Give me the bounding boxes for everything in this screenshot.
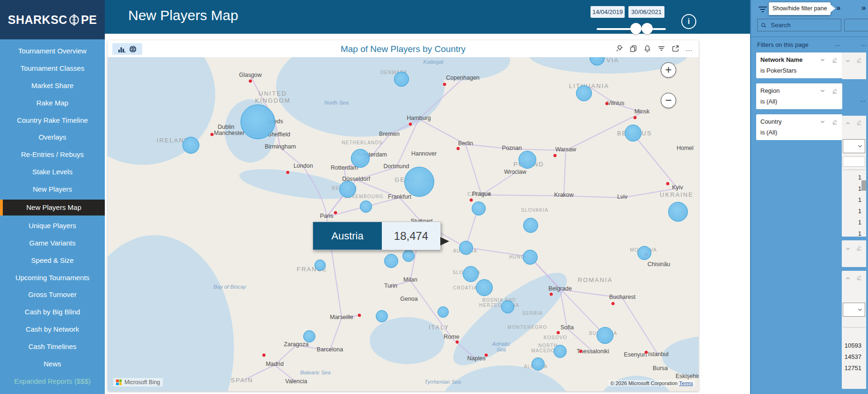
chevron-down-icon[interactable]	[845, 245, 851, 252]
sidebar-item-re-entries-rebuys[interactable]: Re-Entries / Rebuys	[0, 148, 105, 162]
map-bubble[interactable]	[314, 260, 326, 271]
chevron-down-icon[interactable]	[845, 58, 851, 64]
alert-icon[interactable]	[643, 45, 651, 52]
scrollbar-thumb[interactable]	[861, 180, 866, 191]
chevron-up-icon[interactable]	[845, 120, 851, 126]
eraser-icon[interactable]	[856, 245, 862, 251]
bing-map[interactable]: KattegatNorth SeaBay of BiscayBalearic S…	[108, 57, 699, 391]
section-more2-icon[interactable]: …	[861, 40, 867, 47]
side-filter-card-expanded[interactable]: 111111	[842, 116, 866, 237]
map-bubble[interactable]	[241, 104, 275, 139]
map-bubble[interactable]	[351, 149, 370, 168]
eraser-icon[interactable]	[856, 57, 862, 63]
map-bubble[interactable]	[360, 201, 372, 213]
map-bubble[interactable]	[404, 167, 434, 197]
side-filter-card-expanded[interactable]: 105931453712751	[842, 271, 866, 389]
map-zoom-in-button[interactable]: +	[661, 62, 676, 78]
date-to-input[interactable]: 30/06/2021	[628, 6, 664, 18]
chevron-down-icon[interactable]	[819, 57, 826, 63]
collapse-pane-icon[interactable]: »	[836, 3, 840, 13]
side-more-icon[interactable]: …	[860, 96, 866, 103]
filter-search-box[interactable]	[757, 19, 841, 31]
date-from-input[interactable]: 14/04/2019	[591, 6, 625, 18]
sidebar-item-country-rake-timeline[interactable]: Country Rake Timeline	[0, 113, 105, 127]
map-bubble[interactable]	[376, 310, 388, 322]
map-bubble[interactable]	[463, 266, 479, 282]
map-bubble[interactable]	[554, 345, 567, 358]
sidebar-item-news[interactable]: News	[0, 357, 105, 371]
sidebar-item-unique-players[interactable]: Unique Players	[0, 219, 105, 233]
map-bubble[interactable]	[339, 181, 356, 198]
side-filter-card[interactable]	[842, 52, 866, 79]
search-input[interactable]	[770, 21, 832, 29]
section-more-icon[interactable]: …	[834, 40, 841, 47]
eraser-icon[interactable]	[832, 88, 838, 94]
side-dropdown[interactable]	[843, 303, 865, 317]
side-value-list: 105931453712751	[842, 340, 866, 374]
map-bubble[interactable]	[668, 202, 688, 222]
eraser-icon[interactable]	[856, 274, 862, 281]
city-marker	[334, 211, 337, 215]
map-bubble[interactable]	[532, 357, 545, 371]
side-filter-card[interactable]	[842, 240, 866, 267]
eraser-icon[interactable]	[832, 119, 838, 125]
map-bubble[interactable]	[394, 72, 409, 87]
search-icon	[760, 22, 767, 29]
date-slider-handle-right[interactable]	[642, 23, 653, 34]
map-zoom-out-button[interactable]: −	[661, 93, 676, 108]
pin-icon[interactable]	[615, 45, 623, 52]
sidebar-item-stake-levels[interactable]: Stake Levels	[0, 165, 105, 179]
sidebar-item-cash-by-big-blind[interactable]: Cash by Big Blind	[0, 305, 105, 319]
sidebar-item-tournament-overview[interactable]: Tournament Overview	[0, 44, 105, 58]
side-search-input[interactable]	[843, 156, 865, 167]
info-icon[interactable]: i	[681, 14, 696, 29]
map-bubble[interactable]	[459, 241, 473, 255]
map-bubble[interactable]	[476, 279, 493, 296]
filter-card-country[interactable]: Countryis (All)	[756, 114, 842, 140]
more-options-icon[interactable]: …	[686, 45, 693, 52]
chevron-down-icon[interactable]	[819, 119, 826, 125]
map-bubble[interactable]	[438, 306, 449, 318]
side-dropdown[interactable]	[843, 139, 865, 153]
sidebar-item-cash-timelines[interactable]: Cash Timelines	[0, 340, 105, 354]
map-bubble[interactable]	[303, 330, 315, 342]
map-bubble[interactable]	[523, 250, 538, 265]
map-bubble[interactable]	[625, 125, 642, 141]
map-bubble[interactable]	[637, 246, 651, 260]
chevron-up-icon[interactable]	[845, 275, 851, 282]
sidebar-item-speed-size[interactable]: Speed & Size	[0, 253, 105, 268]
sidebar-item-upcoming-tournaments[interactable]: Upcoming Tournaments	[0, 271, 105, 285]
map-bubble[interactable]	[384, 254, 398, 268]
sidebar-item-gross-turnover[interactable]: Gross Turnover	[0, 288, 105, 302]
map-bubble[interactable]	[472, 201, 486, 216]
map-bubble[interactable]	[182, 137, 199, 154]
filter-icon[interactable]	[657, 45, 665, 52]
map-bubble[interactable]	[523, 218, 538, 233]
city-marker	[457, 147, 460, 150]
map-bubble[interactable]	[576, 85, 592, 101]
filters-funnel-icon[interactable]	[758, 4, 768, 15]
sidebar-item-expanded-reports[interactable]: Expanded Reports ($$$)	[0, 374, 105, 388]
map-bubble[interactable]	[597, 327, 613, 344]
sidebar-item-overlays[interactable]: Overlays	[0, 130, 105, 144]
map-bubble[interactable]	[501, 300, 514, 313]
filter-card-network-name[interactable]: Network Nameis PokerStars	[756, 52, 842, 78]
sidebar-item-game-variants[interactable]: Game Variants	[0, 236, 105, 250]
sidebar-item-new-players[interactable]: New Players	[0, 182, 105, 196]
eraser-icon[interactable]	[832, 57, 838, 63]
copy-icon[interactable]	[629, 45, 637, 52]
terms-link[interactable]: Terms	[679, 380, 693, 386]
focus-mode-icon[interactable]	[671, 45, 679, 52]
eraser-icon[interactable]	[856, 119, 862, 126]
sidebar-item-cash-by-network[interactable]: Cash by Network	[0, 322, 105, 336]
date-slider-handle-left[interactable]	[630, 23, 642, 34]
sidebar-item-market-share[interactable]: Market Share	[0, 79, 105, 93]
chevron-down-icon[interactable]	[819, 88, 826, 94]
collapse-pane2-icon[interactable]: »	[861, 3, 866, 13]
sidebar-item-tournament-classes[interactable]: Tournament Classes	[0, 61, 105, 75]
filter-card-region[interactable]: Regionis (All)	[756, 83, 842, 109]
map-bubble[interactable]	[518, 151, 536, 169]
sidebar-item-rake-map[interactable]: Rake Map	[0, 96, 105, 110]
map-bubble[interactable]	[402, 250, 415, 262]
sidebar-item-new-players-map[interactable]: New Players Map	[0, 200, 105, 216]
